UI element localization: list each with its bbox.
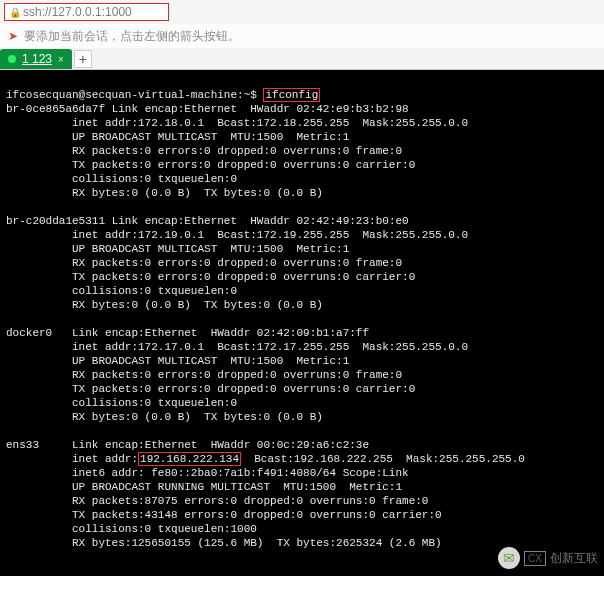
info-bar: ➤ 要添加当前会话，点击左侧的箭头按钮。: [0, 24, 604, 48]
iface-line: Link encap:Ethernet HWaddr 02:42:09:b1:a…: [52, 327, 369, 339]
iface-line: RX packets:0 errors:0 dropped:0 overruns…: [6, 257, 402, 269]
prompt: ifcosecquan@secquan-virtual-machine:~$: [6, 89, 263, 101]
status-dot-icon: [8, 55, 16, 63]
iface-line: TX packets:0 errors:0 dropped:0 overruns…: [6, 383, 415, 395]
watermark-text: 创新互联: [550, 550, 598, 567]
iface-name: br-0ce865a6da7f: [6, 103, 105, 115]
iface-line: UP BROADCAST MULTICAST MTU:1500 Metric:1: [6, 243, 349, 255]
iface-line: RX packets:0 errors:0 dropped:0 overruns…: [6, 369, 402, 381]
ip-highlight: 192.168.222.134: [138, 452, 241, 466]
iface-line: inet addr:172.18.0.1 Bcast:172.18.255.25…: [6, 117, 468, 129]
iface-line: Link encap:Ethernet HWaddr 02:42:e9:b3:b…: [105, 103, 409, 115]
iface-line: collisions:0 txqueuelen:1000: [6, 523, 257, 535]
iface-line: collisions:0 txqueuelen:0: [6, 285, 237, 297]
address-box[interactable]: 🔒 ssh://127.0.0.1:1000: [4, 3, 169, 21]
watermark: ✉ CX 创新互联: [498, 547, 598, 569]
tab-close-icon[interactable]: ×: [58, 54, 64, 65]
iface-line: RX packets:0 errors:0 dropped:0 overruns…: [6, 145, 402, 157]
iface-line: inet addr:: [6, 453, 138, 465]
iface-line: TX packets:0 errors:0 dropped:0 overruns…: [6, 159, 415, 171]
terminal[interactable]: ifcosecquan@secquan-virtual-machine:~$ i…: [0, 70, 604, 576]
iface-line: Link encap:Ethernet HWaddr 02:42:49:23:b…: [105, 215, 409, 227]
iface-line: Link encap:Ethernet HWaddr 00:0c:29:a6:c…: [39, 439, 369, 451]
lock-icon: 🔒: [9, 7, 19, 17]
iface-line: UP BROADCAST MULTICAST MTU:1500 Metric:1: [6, 131, 349, 143]
cmd-highlight: ifconfig: [263, 88, 320, 102]
arrow-flag-icon[interactable]: ➤: [8, 29, 18, 43]
iface-line: collisions:0 txqueuelen:0: [6, 397, 237, 409]
tab-bar: 1 123 × +: [0, 48, 604, 70]
wechat-icon: ✉: [498, 547, 520, 569]
iface-name: br-c20dda1e5311: [6, 215, 105, 227]
iface-name: docker0: [6, 327, 52, 339]
address-bar: 🔒 ssh://127.0.0.1:1000: [0, 0, 604, 24]
iface-line: inet6 addr: fe80::2ba0:7a1b:f491:4080/64…: [6, 467, 409, 479]
iface-line: RX bytes:0 (0.0 B) TX bytes:0 (0.0 B): [6, 299, 323, 311]
iface-name: ens33: [6, 439, 39, 451]
watermark-cx: CX: [524, 551, 546, 566]
tab-active[interactable]: 1 123 ×: [0, 49, 72, 69]
iface-line: RX bytes:0 (0.0 B) TX bytes:0 (0.0 B): [6, 187, 323, 199]
iface-line: RX bytes:0 (0.0 B) TX bytes:0 (0.0 B): [6, 411, 323, 423]
iface-line: inet addr:172.17.0.1 Bcast:172.17.255.25…: [6, 341, 468, 353]
info-hint: 要添加当前会话，点击左侧的箭头按钮。: [24, 28, 240, 45]
iface-line: UP BROADCAST MULTICAST MTU:1500 Metric:1: [6, 355, 349, 367]
iface-line: TX packets:43148 errors:0 dropped:0 over…: [6, 509, 442, 521]
iface-line: Bcast:192.168.222.255 Mask:255.255.255.0: [241, 453, 525, 465]
iface-line: inet addr:172.19.0.1 Bcast:172.19.255.25…: [6, 229, 468, 241]
iface-line: UP BROADCAST RUNNING MULTICAST MTU:1500 …: [6, 481, 402, 493]
address-text: ssh://127.0.0.1:1000: [23, 5, 132, 19]
iface-line: RX bytes:125650155 (125.6 MB) TX bytes:2…: [6, 537, 442, 549]
tab-label: 1 123: [22, 52, 52, 66]
plus-icon: +: [79, 51, 87, 67]
iface-line: TX packets:0 errors:0 dropped:0 overruns…: [6, 271, 415, 283]
iface-line: RX packets:87075 errors:0 dropped:0 over…: [6, 495, 428, 507]
new-tab-button[interactable]: +: [74, 50, 92, 68]
iface-line: collisions:0 txqueuelen:0: [6, 173, 237, 185]
